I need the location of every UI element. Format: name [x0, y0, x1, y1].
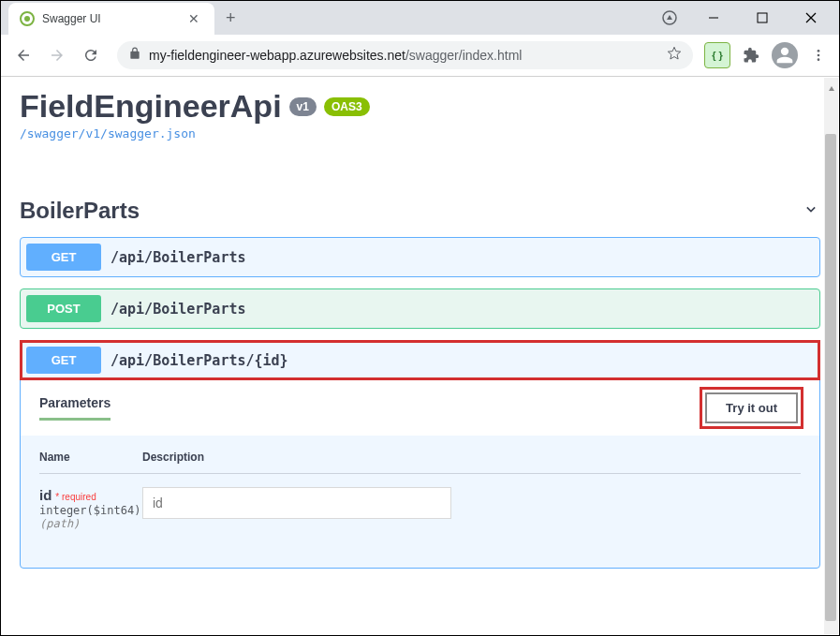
new-tab-button[interactable]: + — [214, 8, 247, 28]
param-input-id[interactable] — [142, 487, 451, 519]
titlebar: Swagger UI ✕ + — [1, 1, 839, 35]
param-row: idrequired integer($int64) (path) — [39, 487, 801, 530]
op-summary[interactable]: POST /api/BoilerParts — [21, 289, 819, 328]
op-path: /api/BoilerParts — [111, 249, 246, 266]
lock-icon — [128, 47, 141, 64]
toolbar-right: { } — [704, 42, 832, 68]
url-text: my-fieldengineer-webapp.azurewebsites.ne… — [149, 48, 659, 63]
api-header: FieldEngineerApi v1 OAS3 — [20, 77, 820, 125]
profile-avatar[interactable] — [772, 42, 798, 68]
th-name: Name — [39, 451, 142, 464]
op-summary[interactable]: GET /api/BoilerParts/{id} — [21, 341, 819, 379]
op-body: Parameters Try it out Name Description i… — [21, 379, 819, 568]
svg-marker-1 — [667, 15, 672, 20]
params-header: Parameters Try it out — [21, 380, 819, 436]
params-table-header: Name Description — [39, 451, 801, 474]
svg-rect-3 — [758, 13, 767, 22]
minimize-button[interactable] — [700, 5, 727, 31]
extension-icon[interactable]: { } — [704, 42, 730, 68]
swagger-json-link[interactable]: /swagger/v1/swagger.json — [20, 126, 196, 141]
tab-title: Swagger UI — [42, 12, 177, 25]
svg-point-6 — [818, 50, 820, 52]
svg-point-8 — [818, 58, 820, 61]
scrollbar-track[interactable] — [824, 78, 838, 634]
op-block-post: POST /api/BoilerParts — [20, 288, 820, 329]
scrollbar-thumb[interactable] — [825, 134, 836, 621]
http-method-badge: GET — [26, 244, 101, 271]
profile-indicator-icon[interactable] — [661, 9, 678, 26]
op-path: /api/BoilerParts/{id} — [111, 352, 288, 369]
page-viewport: FieldEngineerApi v1 OAS3 /swagger/v1/swa… — [1, 77, 839, 636]
param-info: idrequired integer($int64) (path) — [39, 487, 142, 530]
op-block-get-list: GET /api/BoilerParts — [20, 237, 820, 277]
browser-chrome: Swagger UI ✕ + — [1, 1, 839, 77]
param-type: integer($int64) — [39, 504, 142, 517]
window-controls — [661, 5, 839, 31]
param-name: id — [39, 487, 52, 503]
op-path: /api/BoilerParts — [111, 301, 246, 318]
star-icon[interactable] — [667, 46, 682, 65]
op-summary[interactable]: GET /api/BoilerParts — [21, 238, 819, 276]
svg-point-7 — [818, 54, 820, 57]
address-bar[interactable]: my-fieldengineer-webapp.azurewebsites.ne… — [117, 41, 693, 69]
required-marker: required — [55, 492, 96, 502]
try-it-out-button[interactable]: Try it out — [705, 392, 798, 423]
section-title: BoilerParts — [20, 198, 140, 224]
section-header[interactable]: BoilerParts — [20, 179, 820, 237]
swagger-favicon — [20, 11, 35, 26]
th-description: Description — [142, 451, 204, 464]
back-button[interactable] — [8, 40, 38, 70]
oas-badge: OAS3 — [324, 97, 370, 116]
reload-button[interactable] — [76, 40, 106, 70]
api-title: FieldEngineerApi — [20, 88, 282, 125]
op-block-get-by-id: GET /api/BoilerParts/{id} Parameters Try… — [20, 340, 820, 569]
close-window-button[interactable] — [798, 5, 824, 31]
close-tab-icon[interactable]: ✕ — [184, 9, 203, 28]
params-table: Name Description idrequired integer($int… — [21, 436, 819, 568]
chevron-down-icon — [802, 200, 820, 223]
forward-button[interactable] — [42, 40, 72, 70]
parameters-tab[interactable]: Parameters — [39, 395, 111, 421]
version-badge: v1 — [289, 97, 317, 116]
http-method-badge: POST — [26, 295, 101, 322]
browser-tab[interactable]: Swagger UI ✕ — [8, 3, 214, 35]
maximize-button[interactable] — [749, 5, 775, 31]
browser-toolbar: my-fieldengineer-webapp.azurewebsites.ne… — [1, 35, 839, 76]
param-in: (path) — [39, 517, 142, 530]
page-content: FieldEngineerApi v1 OAS3 /swagger/v1/swa… — [1, 77, 839, 569]
try-it-out-highlight: Try it out — [702, 390, 801, 426]
scroll-up-arrow-icon[interactable] — [828, 80, 835, 96]
extensions-puzzle-icon[interactable] — [738, 42, 764, 68]
http-method-badge: GET — [26, 347, 101, 374]
svg-marker-9 — [829, 86, 834, 91]
kebab-menu-icon[interactable] — [805, 48, 832, 63]
